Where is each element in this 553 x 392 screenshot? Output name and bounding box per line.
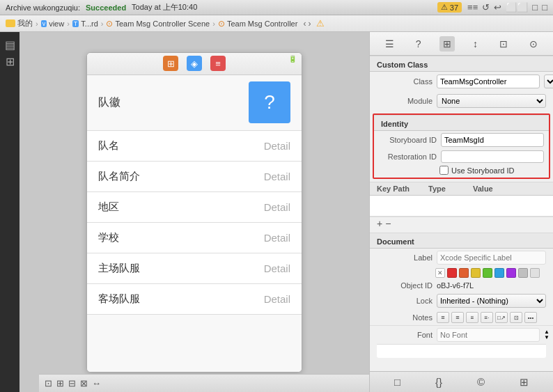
- color-swatch-red[interactable]: [447, 268, 457, 278]
- canvas-icon-1[interactable]: ⊡: [45, 378, 52, 389]
- font-extra-row: [377, 344, 546, 358]
- rt-icon-file[interactable]: ☰: [382, 36, 398, 52]
- full-screen-icon[interactable]: □: [542, 2, 547, 13]
- toolbar-list-icon[interactable]: ≡: [210, 56, 226, 71]
- notes-image-button[interactable]: □↗: [495, 312, 508, 323]
- breadcrumb-trd[interactable]: T T...rd: [72, 19, 98, 28]
- notes-more-button[interactable]: •••: [524, 312, 537, 323]
- use-storyboard-checkbox[interactable]: [439, 166, 449, 175]
- font-stepper-down[interactable]: ▼: [544, 335, 550, 340]
- notes-align-center[interactable]: ≡: [451, 312, 464, 323]
- label-field-label: Label: [377, 253, 433, 262]
- rbt-icon-info[interactable]: ©: [477, 376, 485, 388]
- font-row: Font ▲ ▼: [370, 325, 553, 344]
- rbt-icon-code[interactable]: {}: [435, 376, 442, 388]
- row-label-2: 队名简介: [98, 170, 140, 183]
- canvas-icon-2[interactable]: ⊞: [56, 378, 64, 389]
- breadcrumb-scene[interactable]: ⊙ Team Msg Controller Scene: [106, 19, 210, 29]
- color-swatch-orange[interactable]: [459, 268, 469, 278]
- breadcrumb-mine[interactable]: 我的: [6, 18, 33, 29]
- table-row[interactable]: 队名简介 Detail: [87, 162, 302, 192]
- row-label-1: 队名: [98, 139, 119, 152]
- row-detail-4: Detail: [264, 232, 290, 244]
- font-input[interactable]: [437, 328, 540, 342]
- breadcrumb-controller[interactable]: ⊙ Team Msg Controller: [218, 19, 297, 29]
- table-row[interactable]: 地区 Detail: [87, 192, 302, 223]
- table-row[interactable]: 主场队服 Detail: [87, 253, 302, 284]
- main-area: ▤ ⊞ 🔋 ⊞ ◈ ≡: [0, 32, 553, 392]
- refresh-icon[interactable]: ↺: [482, 2, 490, 13]
- archive-date: Today at 上午10:40: [132, 2, 197, 13]
- toolbar-model-icon[interactable]: ◈: [187, 56, 202, 71]
- lock-label: Lock: [377, 297, 433, 305]
- canvas-icon-5[interactable]: ↔: [92, 378, 101, 389]
- color-swatch-close[interactable]: ✕: [435, 268, 445, 278]
- back-icon[interactable]: ↩: [494, 2, 501, 13]
- notes-table-button[interactable]: ⊡: [510, 312, 522, 323]
- sidebar-nav-icon-2[interactable]: ⊞: [3, 54, 17, 68]
- color-swatch-yellow[interactable]: [471, 268, 481, 278]
- add-attribute-button[interactable]: +: [377, 219, 382, 228]
- label-field-input[interactable]: [437, 251, 546, 265]
- rt-icon-quick-help[interactable]: ?: [412, 36, 425, 52]
- identity-header: Identity: [374, 115, 549, 131]
- canvas-icon-3[interactable]: ⊟: [68, 378, 76, 389]
- toolbar-view-icon[interactable]: ⊞: [163, 56, 178, 71]
- canvas-icon-4[interactable]: ⊠: [80, 378, 88, 389]
- table-row[interactable]: 客场队服 Detail: [87, 284, 302, 315]
- warning-badge[interactable]: ⚠ 37: [437, 2, 462, 13]
- storyboard-id-input[interactable]: [441, 133, 544, 147]
- class-row: Class: [370, 72, 553, 91]
- storyboard-id-row: Storyboard ID: [374, 131, 549, 149]
- color-swatch-green[interactable]: [483, 268, 492, 278]
- grid-view-icon[interactable]: ≡≡: [467, 2, 478, 13]
- notes-align-left[interactable]: ≡: [437, 312, 449, 323]
- col-type: Type: [428, 185, 470, 193]
- rbt-icon-add[interactable]: ⊞: [520, 376, 529, 389]
- module-select[interactable]: None: [437, 94, 546, 108]
- identity-section: Identity Storyboard ID Restoration ID Us…: [373, 113, 550, 179]
- rt-icon-identity[interactable]: ⊞: [439, 36, 455, 52]
- split-view-icon[interactable]: ⬜⬜: [506, 2, 528, 13]
- color-swatch-blue[interactable]: [494, 268, 504, 278]
- color-swatch-purple[interactable]: [506, 268, 516, 278]
- class-input[interactable]: [437, 75, 540, 88]
- rt-icon-connect[interactable]: ⊙: [526, 36, 541, 52]
- panel-icon[interactable]: □: [532, 2, 538, 13]
- warning-count: 37: [450, 3, 458, 12]
- battery-icon: 🔋: [288, 55, 297, 63]
- restoration-id-input[interactable]: [441, 150, 544, 163]
- sidebar-nav-icon-1[interactable]: ▤: [3, 38, 17, 52]
- user-defined-header: Key Path Type Value: [370, 182, 553, 196]
- storyboard-container: 🔋 ⊞ ◈ ≡ 队徽 ? 队名 Detail: [86, 52, 302, 373]
- rt-icon-size[interactable]: ⊡: [496, 36, 511, 52]
- notes-align-justify[interactable]: ≡·: [481, 312, 493, 323]
- table-header-cell: 队徽 ?: [87, 75, 302, 131]
- class-dropdown[interactable]: [544, 75, 553, 88]
- breadcrumb-trd-label: T...rd: [81, 19, 98, 28]
- warning-nav-icon[interactable]: ⚠: [316, 18, 325, 29]
- view-icon: v: [41, 20, 47, 27]
- rbt-icon-file[interactable]: □: [394, 376, 400, 388]
- inspector-content: Custom Class Class Module None Identity …: [370, 56, 553, 371]
- remove-attribute-button[interactable]: −: [385, 219, 391, 228]
- font-stepper: ▲ ▼: [544, 329, 550, 340]
- lock-row: Lock Inherited - (Nothing): [370, 292, 553, 310]
- breadcrumb-back-button[interactable]: ‹: [303, 19, 306, 29]
- notes-align-right[interactable]: ≡: [466, 312, 478, 323]
- table-row[interactable]: 学校 Detail: [87, 223, 302, 253]
- lock-select[interactable]: Inherited - (Nothing): [437, 294, 546, 308]
- breadcrumb-forward-button[interactable]: ›: [308, 19, 311, 29]
- user-defined-rows: [370, 196, 553, 217]
- notes-controls: ≡ ≡ ≡ ≡· □↗ ⊡ •••: [437, 312, 537, 323]
- row-label-6: 客场队服: [98, 292, 140, 306]
- module-label: Module: [377, 97, 433, 105]
- restoration-id-row: Restoration ID: [374, 149, 549, 164]
- breadcrumb-view[interactable]: v view: [41, 19, 65, 28]
- color-swatch-lightgray[interactable]: [530, 268, 540, 278]
- color-swatch-gray[interactable]: [518, 268, 528, 278]
- breadcrumb-controller-label: Team Msg Controller: [227, 19, 297, 28]
- row-label-3: 地区: [98, 201, 119, 214]
- rt-icon-attr[interactable]: ↕: [469, 36, 481, 52]
- table-row[interactable]: 队名 Detail: [87, 131, 302, 162]
